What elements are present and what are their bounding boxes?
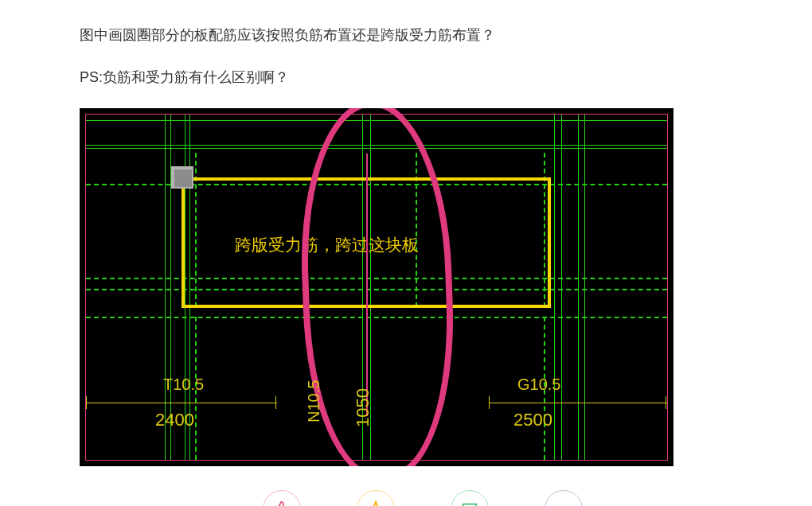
like-button[interactable]	[263, 490, 301, 506]
selection-grip	[171, 166, 193, 189]
reply-button[interactable]	[451, 490, 489, 506]
favorite-button[interactable]	[357, 490, 395, 506]
question-line-2: PS:负筋和受力筋有什么区别啊？	[80, 66, 732, 89]
cad-dim-T: 2400	[155, 410, 194, 430]
cad-label-T: T10.5	[163, 376, 204, 394]
more-button[interactable]	[545, 490, 583, 506]
cad-dim-N: 1050	[353, 388, 373, 427]
annotation-text: 跨版受力筋，跨过这块板	[235, 234, 419, 256]
dimension-line	[366, 154, 368, 416]
cad-dim-G: 2500	[513, 410, 552, 430]
svg-marker-0	[369, 501, 383, 506]
question-line-1: 图中画圆圈部分的板配筋应该按照负筋布置还是跨版受力筋布置？	[80, 24, 732, 47]
cad-screenshot: 跨版受力筋，跨过这块板 T10.5 2400 N10.5 1050 G10.5 …	[80, 108, 673, 466]
cad-label-N: N10.5	[305, 380, 323, 422]
cad-label-G: G10.5	[517, 376, 560, 394]
action-buttons	[263, 490, 732, 506]
